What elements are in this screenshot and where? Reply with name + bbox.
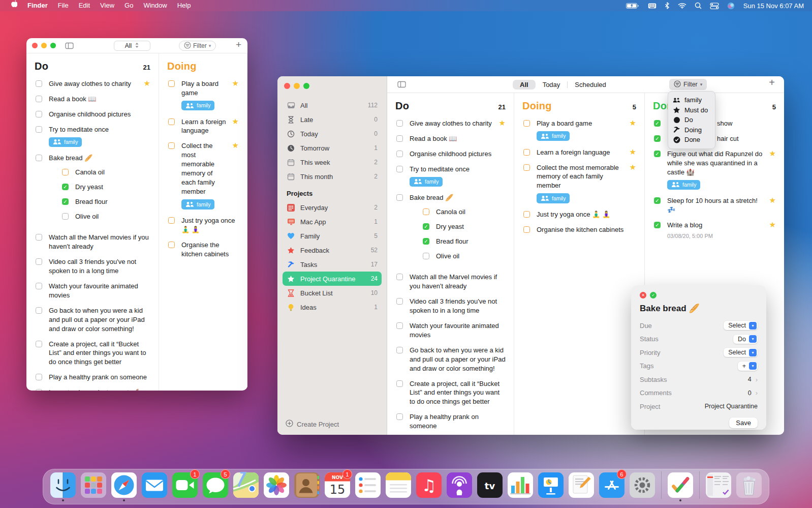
sidebar-toggle-icon[interactable] [397,81,406,88]
filter-menu-item-must-do[interactable]: Must do [673,105,710,115]
task-item[interactable]: Play a board gamefamily★ [167,79,239,111]
dock-icon-notes[interactable] [383,472,414,501]
dock-icon-system-preferences[interactable] [627,472,658,501]
task-checkbox[interactable] [396,347,403,353]
chevron-right-icon[interactable]: › [756,389,758,397]
task-checkbox[interactable] [62,169,69,175]
menu-window[interactable]: Window [139,0,171,11]
task-item[interactable]: Collect the most memorable memory of eac… [167,141,239,210]
task-item[interactable]: Try to meditate oncefamily [395,165,506,188]
filter-menu-item-done[interactable]: Done [673,135,710,145]
task-checkbox[interactable] [396,380,403,387]
tag-family[interactable]: family [181,199,214,209]
task-checkbox[interactable] [36,80,42,87]
subtask-item[interactable]: Canola oil [422,207,506,217]
task-item[interactable]: Read a book 📖 [35,95,150,104]
dock-icon-facetime[interactable]: 1 [170,472,200,501]
task-item[interactable]: Read a book 📖 [395,134,506,143]
task-checkbox[interactable] [36,307,42,314]
task-checkbox[interactable] [396,166,403,172]
task-item[interactable]: Video call 3 friends you've not spoken t… [395,297,506,315]
star-icon[interactable]: ★ [228,117,239,126]
status-popup-button[interactable]: Do▾ [733,335,758,344]
subtask-item[interactable]: ✓Bread flour [61,197,150,206]
sidebar-toggle-icon[interactable] [65,42,74,49]
star-icon[interactable]: ★ [495,119,506,128]
task-checkbox[interactable]: ✓ [423,223,429,230]
task-checkbox[interactable] [36,258,42,265]
task-item[interactable]: ✓Figure out what did Rapunzel do while s… [653,150,776,190]
task-checkbox[interactable] [36,374,42,380]
sidebar-item-bucket-list[interactable]: Bucket List10 [283,286,382,300]
menu-app-name[interactable]: Finder [23,0,52,11]
dock-icon-messages[interactable]: 5 [200,472,231,501]
dock-icon-reminders[interactable] [353,472,383,501]
task-item[interactable]: Watch all the Marvel movies if you haven… [35,233,150,251]
dock-icon-pages[interactable] [566,472,597,501]
apple-icon[interactable] [6,0,22,11]
minimize-window-button[interactable] [294,83,300,89]
menu-view[interactable]: View [96,0,119,11]
subtask-item[interactable]: ✓Dry yeast [61,183,150,192]
task-item[interactable]: Video call 3 friends you've not spoken t… [35,257,150,276]
task-item[interactable]: Create a project, call it “Bucket List” … [35,340,150,367]
tag-family[interactable]: family [667,180,700,190]
task-item[interactable]: Just try yoga once 🧘‍♂️ 🧘‍♀️ [167,216,239,234]
sidebar-item-late[interactable]: Late0 [283,112,382,127]
task-item[interactable]: Try to meditate oncefamily [35,125,150,148]
sidebar-item-mac-app[interactable]: Mac App1 [283,215,382,229]
check-icon[interactable]: ✓ [650,292,657,298]
subtask-item[interactable]: Canola oil [61,168,150,177]
task-item[interactable]: Bake bread 🥖Canola oil✓Dry yeast✓Bread f… [35,154,150,227]
task-checkbox[interactable] [396,274,403,280]
star-icon[interactable]: ★ [228,141,239,150]
filter-menu-item-do[interactable]: Do [673,115,710,125]
menu-edit[interactable]: Edit [74,0,95,11]
tab-today[interactable]: Today [536,80,568,89]
wifi-icon[interactable] [675,3,689,9]
sidebar-item-this-week[interactable]: This week2 [283,155,382,169]
task-checkbox[interactable] [423,253,429,259]
task-checkbox[interactable] [36,111,42,117]
dock-icon-minimized-window[interactable] [703,472,734,501]
task-item[interactable]: Learn a foreign language★ [167,117,239,136]
dock-icon-tv[interactable]: tv [475,472,505,501]
tag-family[interactable]: family [181,101,214,110]
task-item[interactable]: Go back to when you were a kid and pull … [395,346,506,373]
task-checkbox[interactable] [396,151,403,157]
task-item[interactable]: Watch all the Marvel movies if you haven… [395,273,506,291]
task-checkbox[interactable] [36,341,42,347]
star-icon[interactable]: ★ [228,79,239,88]
star-icon[interactable]: ★ [765,221,776,229]
menu-bar-clock[interactable]: Sun 15 Nov 6:07 AM [740,2,806,10]
task-checkbox[interactable] [396,194,403,201]
task-item[interactable]: ✓Write a blog03/08/20, 5:00 PM★ [653,221,776,240]
tag-family[interactable]: family [537,131,570,141]
dock-icon-podcasts[interactable] [444,472,475,501]
task-item[interactable]: Play a healthy prank on someone [395,412,506,431]
star-icon[interactable]: ★ [626,148,636,157]
task-checkbox[interactable]: ✓ [654,135,661,142]
create-project-button[interactable]: Create Project [277,420,387,429]
task-item[interactable]: Watch your favourite animated movies [395,321,506,340]
scope-select[interactable]: All [114,41,150,51]
task-checkbox[interactable]: ✓ [654,120,661,127]
task-checkbox[interactable]: ✓ [423,238,429,245]
task-checkbox[interactable] [396,135,403,142]
task-item[interactable]: Give away clothes to charity★ [35,79,150,88]
task-checkbox[interactable] [168,118,175,125]
close-window-button[interactable] [32,43,38,48]
sidebar-item-everyday[interactable]: Everyday2 [283,200,382,215]
task-checkbox[interactable] [523,211,530,218]
dock-icon-numbers[interactable] [505,472,536,501]
traffic-lights[interactable] [32,43,56,48]
filter-button[interactable]: Filter▾ [669,79,707,90]
dock-icon-mail[interactable] [139,472,170,501]
dock-icon-safari[interactable] [109,472,139,501]
dock-icon-launchpad[interactable] [78,472,109,501]
task-checkbox[interactable] [523,149,530,156]
priority-popup-button[interactable]: Select▾ [724,348,758,357]
star-icon[interactable]: ★ [765,196,776,205]
dock-icon-appstore[interactable]: 6 [597,472,627,501]
siri-icon[interactable] [725,2,737,10]
